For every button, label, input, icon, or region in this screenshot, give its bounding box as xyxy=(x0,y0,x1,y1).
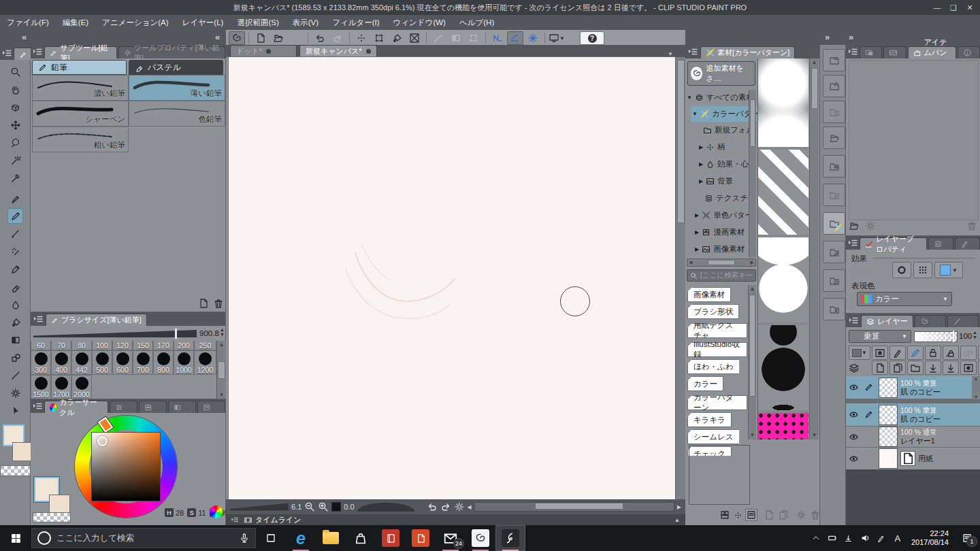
tree-item-new-folder[interactable]: 新規フォル xyxy=(703,122,754,138)
tag-sparkle[interactable]: キラキラ xyxy=(687,412,732,427)
delete-material-icon[interactable] xyxy=(810,510,821,520)
material-thumb-black-circles[interactable] xyxy=(758,325,808,410)
zoom-slider[interactable] xyxy=(230,503,289,511)
size-preset[interactable]: 60 xyxy=(31,341,51,350)
sub-color-swatch[interactable] xyxy=(12,442,31,461)
clip-to-layer-button[interactable] xyxy=(872,346,888,360)
information-tab[interactable] xyxy=(958,46,980,59)
tree-hscrollbar[interactable]: ◀▶ xyxy=(687,258,756,267)
lock-transparent-button[interactable] xyxy=(943,346,959,360)
save-button[interactable] xyxy=(288,31,304,45)
menu-edit[interactable]: 編集(E) xyxy=(56,15,95,30)
enable-mask-button[interactable] xyxy=(960,346,977,360)
tag-color-pattern[interactable]: カラーパターン xyxy=(687,395,747,410)
zoom-in-icon[interactable] xyxy=(318,501,329,512)
size-preset[interactable]: 100 xyxy=(92,341,112,350)
undo-button[interactable] xyxy=(312,31,328,45)
folder-manga-shortcut[interactable] xyxy=(823,155,845,178)
folder-figure-shortcut[interactable] xyxy=(823,298,845,320)
size-preset[interactable]: 600 xyxy=(112,350,133,375)
frame-border-tool[interactable] xyxy=(7,367,23,383)
scroll-up-icon[interactable]: ▲ xyxy=(217,341,226,349)
layer-search-tab[interactable] xyxy=(915,315,946,327)
timeline-tab[interactable]: タイムライン xyxy=(255,515,301,525)
tag-color[interactable]: カラー xyxy=(687,376,723,391)
tree-item-effect[interactable]: ▶効果・心 xyxy=(699,156,749,172)
layer-thumbnail[interactable] xyxy=(879,378,898,398)
tag-illuststudio[interactable]: IllustStudio収録 xyxy=(687,342,747,357)
hscroll-left-icon[interactable]: ◀ xyxy=(468,504,472,510)
action-center-button[interactable]: 1 xyxy=(954,525,980,551)
layer-thumbnail[interactable] xyxy=(879,405,898,425)
draft-layer-button[interactable] xyxy=(907,346,924,360)
reset-view-icon[interactable] xyxy=(454,501,465,512)
canvas-tab-new-canvas[interactable]: 新規キャンバス* xyxy=(299,45,377,57)
menu-layer[interactable]: レイヤー(L) xyxy=(176,15,231,30)
color-slider-tab[interactable] xyxy=(110,401,137,413)
rotate-right-icon[interactable] xyxy=(440,501,451,512)
lock-layer-button[interactable] xyxy=(925,346,941,360)
tag-soft[interactable]: ほわ・ふわ xyxy=(687,359,740,374)
panel-menu-icon[interactable] xyxy=(229,514,241,525)
selection-border-button[interactable] xyxy=(466,31,482,45)
transfer-down-button[interactable] xyxy=(943,361,959,375)
snap-to-ruler-button[interactable] xyxy=(489,31,506,45)
operate-tool[interactable] xyxy=(7,99,23,115)
tag-seamless[interactable]: シームレス xyxy=(687,429,740,444)
collapse-left-panel-icon[interactable]: « xyxy=(215,32,220,42)
group-tab-pastel[interactable]: パステル xyxy=(129,60,223,75)
tag-image-material[interactable]: 画像素材 xyxy=(687,287,731,302)
airbrush-tool[interactable] xyxy=(7,244,23,259)
maximize-button[interactable]: ❑ xyxy=(946,0,961,15)
layer-pane-scrollbar[interactable]: ▲▼ xyxy=(972,376,980,399)
paper-thumbnail[interactable] xyxy=(879,448,898,469)
tree-item-pattern[interactable]: ▶柄 xyxy=(699,139,725,155)
taskbar-edge[interactable]: e xyxy=(286,525,316,551)
tree-item-image-material[interactable]: ▶画像素材 xyxy=(695,241,745,257)
folder-open-shortcut[interactable] xyxy=(823,127,845,149)
tray-sync-icon[interactable] xyxy=(840,525,857,551)
menu-file[interactable]: ファイル(F) xyxy=(0,15,56,30)
size-preset[interactable]: 2000 xyxy=(71,375,92,399)
canvas-vscrollbar[interactable] xyxy=(675,57,685,499)
taskbar-explorer[interactable] xyxy=(316,525,346,551)
panel-menu-icon[interactable] xyxy=(1,48,12,59)
panel-menu-icon[interactable] xyxy=(32,46,43,57)
border-effect-button[interactable] xyxy=(892,262,911,278)
move-layer-tool[interactable] xyxy=(7,117,23,133)
material-thumb-white-circles[interactable] xyxy=(758,59,808,147)
workspace-button[interactable]: ▼ xyxy=(549,31,565,45)
thumbnail-scrollbar[interactable]: ▲ ▼ xyxy=(809,59,819,439)
tray-pen-icon[interactable] xyxy=(873,525,889,551)
item-settings-icon[interactable] xyxy=(865,220,876,231)
taskbar-search[interactable]: ここに入力して検索 xyxy=(31,528,256,548)
canvas-hscrollbar[interactable] xyxy=(474,502,674,512)
tree-item-background[interactable]: ▶背景 xyxy=(699,173,733,189)
size-preset[interactable]: 170 xyxy=(153,341,174,350)
close-button[interactable]: ✕ xyxy=(962,0,977,15)
tone-effect-button[interactable] xyxy=(913,262,932,278)
layer-thumbnail[interactable] xyxy=(879,427,898,447)
visibility-icon[interactable] xyxy=(849,454,859,464)
minimize-button[interactable]: — xyxy=(930,0,945,15)
collapse-right-strip-icon[interactable]: » xyxy=(825,32,830,42)
taskbar-mail[interactable]: 24 xyxy=(436,525,466,551)
materials-tab[interactable]: 素材[カラーパターン] xyxy=(700,46,795,59)
brush-item-rough-pencil[interactable]: 粗い鉛筆 xyxy=(32,127,129,152)
hscroll-right-icon[interactable]: ▶ xyxy=(677,504,681,510)
snap-to-special-ruler-button[interactable] xyxy=(507,31,523,45)
visibility-icon[interactable] xyxy=(849,410,859,420)
tone-settings-tab[interactable] xyxy=(928,237,953,250)
open-item-icon[interactable] xyxy=(849,220,860,231)
clip-studio-launch-button[interactable] xyxy=(229,31,245,45)
saturated-line-tool[interactable] xyxy=(7,385,23,401)
hand-tool[interactable] xyxy=(7,82,23,97)
opacity-slider[interactable] xyxy=(914,331,958,342)
task-view-button[interactable] xyxy=(256,525,286,551)
deselect-button[interactable] xyxy=(353,31,370,45)
size-preset[interactable]: 442 xyxy=(71,350,92,375)
canvas[interactable] xyxy=(229,57,675,499)
folder-3d-shortcut[interactable] xyxy=(823,269,845,292)
tree-item-color-pattern[interactable]: ▼カラーパター xyxy=(691,106,757,122)
selection-tool[interactable] xyxy=(7,135,23,150)
